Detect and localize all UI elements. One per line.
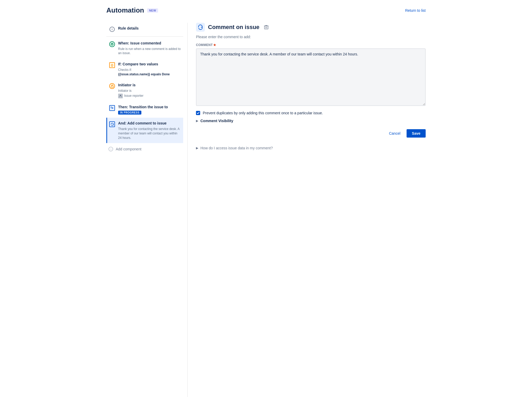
sidebar-item-title: If: Compare two values [118, 62, 181, 67]
app-title: Automation [106, 6, 144, 14]
in-progress-badge: IN PROGRESS [118, 111, 141, 115]
save-button[interactable]: Save [407, 129, 426, 138]
sidebar-item-if-compare[interactable]: {} If: Compare two values Checks if: {{i… [106, 59, 183, 80]
sidebar-item-desc: Thank you for contacting the service des… [118, 127, 181, 140]
panel-subtitle: Please enter the comment to add: [196, 35, 426, 39]
transition-icon [109, 105, 115, 111]
sidebar-item-title: Initiator is [118, 83, 181, 88]
chevron-right-icon: ▶ [196, 146, 198, 150]
sidebar-item-desc: Initiator is Issue reporter [118, 89, 181, 98]
sidebar-item-title: Then: Transition the issue to [118, 105, 181, 110]
sidebar: i Rule details [106, 23, 187, 397]
sidebar-item-then-transition[interactable]: Then: Transition the issue to IN PROGRES… [106, 101, 183, 118]
curly-braces-icon: {} [109, 62, 115, 68]
prevent-duplicates-checkbox[interactable] [196, 111, 200, 115]
comment-label: Comment★ [196, 43, 426, 47]
sidebar-item-desc: Checks if: {{issue.status.name}} equals … [118, 68, 181, 77]
sidebar-item-title: When: Issue commented [118, 41, 181, 46]
lock-icon [109, 83, 115, 89]
sidebar-item-when-issue-commented[interactable]: When: Issue commented Rule is run when a… [106, 38, 183, 59]
refresh-icon [109, 121, 115, 127]
add-component-button[interactable]: ○ Add component [106, 143, 183, 155]
help-text: How do I access issue data in my comment… [200, 146, 273, 150]
comment-visibility-label: Comment Visibility [200, 119, 233, 123]
chevron-right-icon: ▶ [196, 119, 198, 123]
avatar-icon [118, 94, 123, 98]
sidebar-item-desc: Rule is run when a new comment is added … [118, 47, 181, 56]
svg-rect-3 [111, 86, 113, 87]
panel-title: Comment on issue [208, 24, 259, 31]
sidebar-item-initiator[interactable]: Initiator is Initiator is Issue reporter [106, 80, 183, 101]
sidebar-item-rule-details[interactable]: i Rule details [106, 23, 183, 35]
add-circle-icon: ○ [108, 147, 113, 151]
info-icon: i [109, 27, 115, 32]
add-component-label: Add component [116, 147, 141, 151]
sidebar-item-title: And: Add comment to issue [118, 121, 181, 126]
panel-refresh-icon [196, 23, 205, 32]
return-to-list-link[interactable]: Return to list [405, 8, 426, 13]
green-circle-icon [109, 41, 115, 47]
svg-rect-5 [264, 26, 268, 29]
sidebar-item-title: Rule details [118, 26, 181, 31]
new-badge: NEW [147, 8, 158, 13]
help-row[interactable]: ▶ How do I access issue data in my comme… [196, 146, 426, 150]
sidebar-item-add-comment[interactable]: And: Add comment to issue Thank you for … [106, 118, 183, 143]
comment-visibility-row[interactable]: ▶ Comment Visibility [196, 119, 426, 123]
required-indicator: ★ [213, 43, 216, 47]
comment-textarea[interactable]: Thank you for contacting the service des… [196, 48, 426, 106]
right-panel: Comment on issue Please enter the commen… [187, 23, 426, 397]
svg-point-2 [112, 45, 112, 45]
cancel-button[interactable]: Cancel [385, 129, 404, 138]
prevent-duplicates-label: Prevent duplicates by only adding this c… [203, 111, 323, 115]
delete-button[interactable] [263, 24, 270, 31]
